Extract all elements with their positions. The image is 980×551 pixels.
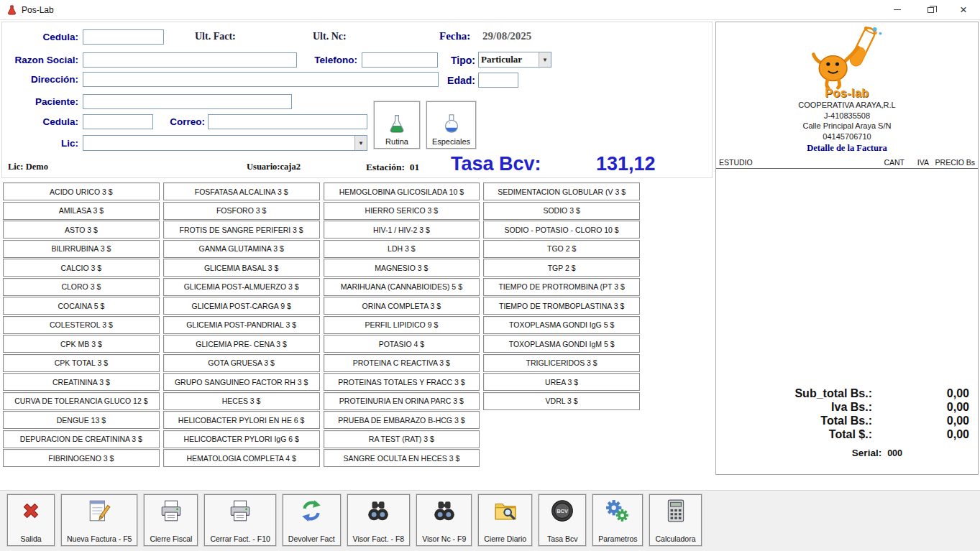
test-button[interactable]: FOSFATASA ALCALINA 3 $ [163, 182, 320, 200]
test-button[interactable]: COLESTEROL 3 $ [3, 316, 160, 334]
cierre-fiscal-button[interactable]: Cierre Fiscal [144, 494, 198, 546]
test-button[interactable]: AMILASA 3 $ [3, 202, 160, 220]
test-button[interactable]: TIEMPO DE PROTROMBINA (PT 3 $ [483, 278, 640, 296]
test-button[interactable]: ORINA COMPLETA 3 $ [324, 297, 480, 315]
test-button[interactable]: HEMATOLOGIA COMPLETA 4 $ [163, 449, 320, 467]
return-arrows-icon [299, 499, 324, 523]
close-button[interactable]: × [947, 0, 980, 19]
test-button[interactable]: HECES 3 $ [163, 392, 320, 410]
serial-label: Serial: [852, 448, 881, 458]
test-button[interactable]: HIERRO SERICO 3 $ [324, 202, 480, 220]
nueva-factura-button[interactable]: Nueva Factura - F5 [61, 494, 137, 546]
test-button[interactable]: GLICEMIA POST-PANDRIAL 3 $ [163, 316, 320, 334]
test-button[interactable]: TGP 2 $ [483, 259, 640, 277]
test-button[interactable]: UREA 3 $ [483, 373, 640, 391]
paciente-input[interactable] [83, 94, 292, 109]
test-button[interactable]: DENGUE 13 $ [3, 411, 160, 429]
test-button[interactable]: GLICEMIA POST-CARGA 9 $ [163, 297, 320, 315]
column-estudio: ESTUDIO [719, 158, 874, 167]
lic-select[interactable]: ▼ [83, 135, 367, 151]
test-button[interactable]: TRIGLICERIDOS 3 $ [483, 354, 640, 372]
test-button[interactable]: SODIO 3 $ [483, 202, 640, 220]
test-button[interactable]: PROTEINA C REACTIVA 3 $ [324, 354, 480, 372]
test-button[interactable]: SANGRE OCULTA EN HECES 3 $ [324, 449, 480, 467]
chevron-down-icon: ▼ [539, 52, 551, 67]
test-button[interactable]: ASTO 3 $ [3, 221, 160, 239]
test-button[interactable]: CPK TOTAL 3 $ [3, 354, 160, 372]
test-button[interactable]: POTASIO 4 $ [324, 335, 480, 353]
cerrar-fact-button[interactable]: Cerrar Fact. - F10 [204, 494, 275, 546]
test-button[interactable]: TGO 2 $ [483, 240, 640, 258]
test-button[interactable]: FOSFORO 3 $ [163, 202, 320, 220]
direccion-input[interactable] [83, 72, 439, 87]
test-button[interactable]: DEPURACION DE CREATININA 3 $ [3, 430, 160, 448]
test-button[interactable]: COCAINA 5 $ [3, 297, 160, 315]
tipo-selected-value: Particular [479, 52, 539, 67]
test-button[interactable]: TOXOPLASMA GONDI IgM 5 $ [483, 335, 640, 353]
test-button[interactable]: FROTIS DE SANGRE PERIFERI 3 $ [163, 221, 320, 239]
test-button[interactable]: RA TEST (RAT) 3 $ [324, 430, 480, 448]
test-button[interactable]: PRUEBA DE EMBARAZO B-HCG 3 $ [324, 411, 480, 429]
test-button[interactable]: SODIO - POTASIO - CLORO 10 $ [483, 221, 640, 239]
test-button[interactable]: LDH 3 $ [324, 240, 480, 258]
visor-fact-button[interactable]: Visor Fact. - F8 [347, 494, 411, 546]
correo-input[interactable] [208, 114, 367, 129]
cierre-diario-button[interactable]: Cierre Diario [478, 494, 532, 546]
test-button[interactable]: PROTEINAS TOTALES Y FRACC 3 $ [324, 373, 480, 391]
subtotal-row: Sub_total Bs.: 0,00 [716, 387, 969, 400]
test-button[interactable]: CALCIO 3 $ [3, 259, 160, 277]
test-button[interactable]: VDRL 3 $ [483, 392, 640, 410]
telefono-input[interactable] [362, 52, 438, 68]
test-button[interactable]: HELICOBACTER PYLORI IgG 6 $ [163, 430, 320, 448]
edad-input[interactable] [478, 73, 518, 88]
tasa-bcv-button[interactable]: BCVTasa Bcv [539, 494, 586, 546]
svg-text:BCV: BCV [557, 508, 568, 514]
serial-row: Serial: 000 [716, 448, 978, 458]
calculadora-button[interactable]: Calculadora [649, 494, 701, 546]
rutina-button[interactable]: Rutina [374, 101, 420, 149]
cedula-client-input[interactable] [83, 29, 164, 45]
test-button[interactable]: FIBRINOGENO 3 $ [3, 449, 160, 467]
test-button[interactable]: PERFIL LIPIDICO 9 $ [324, 316, 480, 334]
test-button[interactable]: CLORO 3 $ [3, 278, 160, 296]
parametros-button[interactable]: Parametros [592, 494, 643, 546]
devolver-fact-button[interactable]: Devolver Fact [283, 494, 341, 546]
test-button[interactable]: MAGNESIO 3 $ [324, 259, 480, 277]
test-button[interactable]: GOTA GRUESA 3 $ [163, 354, 320, 372]
test-button[interactable]: CPK MB 3 $ [3, 335, 160, 353]
test-button[interactable]: SEDIMENTACION GLOBULAR (V 3 $ [483, 182, 640, 200]
test-button[interactable]: MARIHUANA (CANNABIOIDES) 5 $ [324, 278, 480, 296]
salida-button[interactable]: Salida [7, 494, 55, 546]
test-button[interactable]: GLICEMIA BASAL 3 $ [163, 259, 320, 277]
test-button[interactable]: PROTEINURIA EN ORINA PARC 3 $ [324, 392, 480, 410]
especiales-button[interactable]: Especiales [426, 101, 476, 149]
minimize-button[interactable] [881, 0, 914, 19]
tipo-select[interactable]: Particular ▼ [478, 52, 551, 68]
test-button[interactable]: TOXOPLASMA GONDI IgG 5 $ [483, 316, 640, 334]
test-button[interactable]: HIV-1 / HIV-2 3 $ [324, 221, 480, 239]
company-phone: 04145706710 [716, 131, 978, 142]
test-button[interactable]: BILIRRUBINA 3 $ [3, 240, 160, 258]
rutina-button-label: Rutina [385, 137, 408, 146]
test-button[interactable]: GLICEMIA PRE- CENA 3 $ [163, 335, 320, 353]
visor-nc-button[interactable]: Visor Nc - F9 [416, 494, 472, 546]
test-button[interactable]: GRUPO SANGUINEO FACTOR RH 3 $ [163, 373, 320, 391]
edad-label: Edad: [434, 75, 475, 86]
test-button[interactable]: TIEMPO DE TROMBOPLASTINA 3 $ [483, 297, 640, 315]
binoculars-icon [432, 499, 457, 523]
test-button[interactable]: HELICOBACTER PYLORI EN HE 6 $ [163, 411, 320, 429]
test-button[interactable]: GANMA GLUTAMINA 3 $ [163, 240, 320, 258]
invoice-panel: Pos-lab COOPERATIVA ARAYA,R.L J-41083550… [715, 22, 979, 475]
test-button[interactable]: GLICEMIA POST-ALMUERZO 3 $ [163, 278, 320, 296]
test-button[interactable]: CREATININA 3 $ [3, 373, 160, 391]
test-button[interactable]: ACIDO URICO 3 $ [3, 182, 160, 200]
cedula-paciente-label: Cedula: [2, 116, 78, 127]
totals: Sub_total Bs.: 0,00 Iva Bs.: 0,00 Total … [716, 386, 978, 442]
restore-button[interactable] [914, 0, 947, 19]
test-button[interactable]: HEMOGLOBINA GLICOSILADA 10 $ [324, 182, 480, 200]
razon-social-input[interactable] [83, 52, 297, 68]
toolbar-button-label: Devolver Fact [288, 534, 335, 543]
test-button[interactable]: CURVA DE TOLERANCIA GLUCO 12 $ [3, 392, 160, 410]
cedula-paciente-input[interactable] [83, 114, 153, 129]
status-estacion: Estación: 01 [366, 162, 419, 173]
